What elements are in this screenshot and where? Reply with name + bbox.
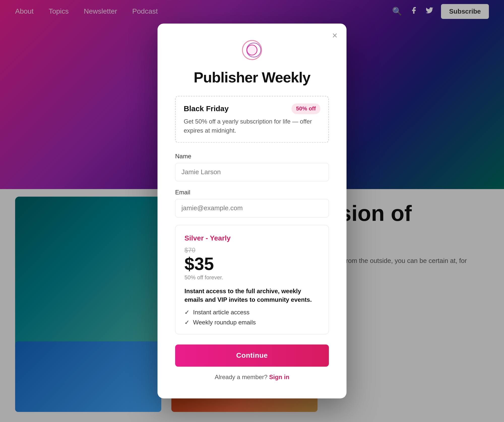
- close-button[interactable]: ×: [332, 31, 337, 40]
- name-input[interactable]: [175, 163, 329, 181]
- check-icon-1: ✓: [184, 309, 190, 316]
- black-friday-banner: Black Friday 50% off Get 50% off a yearl…: [175, 96, 329, 143]
- feature-1-label: Instant article access: [193, 309, 249, 316]
- subscription-modal: × Publisher Weekly Black Friday 50% off …: [158, 23, 346, 398]
- bf-badge: 50% off: [292, 103, 320, 114]
- sign-in-link[interactable]: Sign in: [269, 374, 289, 381]
- plan-name: Silver - Yearly: [184, 234, 320, 242]
- discount-text: 50% off forever.: [184, 274, 320, 281]
- pricing-description: Instant access to the full archive, week…: [184, 287, 320, 304]
- email-input[interactable]: [175, 199, 329, 217]
- email-label: Email: [175, 189, 329, 196]
- feature-2-label: Weekly roundup emails: [193, 319, 256, 326]
- bf-header: Black Friday 50% off: [184, 103, 320, 114]
- already-member-text: Already a member? Sign in: [175, 374, 329, 381]
- old-price: $70: [184, 246, 320, 254]
- new-price: $35: [184, 255, 320, 273]
- bf-title: Black Friday: [184, 104, 229, 113]
- bf-description: Get 50% off a yearly subscription for li…: [184, 117, 320, 135]
- feature-2: ✓ Weekly roundup emails: [184, 319, 320, 326]
- name-label: Name: [175, 153, 329, 160]
- pricing-features: ✓ Instant article access ✓ Weekly roundu…: [184, 309, 320, 326]
- check-icon-2: ✓: [184, 319, 190, 326]
- continue-button[interactable]: Continue: [175, 345, 329, 367]
- logo: [241, 39, 263, 61]
- svg-point-2: [247, 45, 257, 55]
- modal-title: Publisher Weekly: [175, 69, 329, 86]
- already-member-label: Already a member?: [215, 374, 267, 381]
- pricing-card: Silver - Yearly $70 $35 50% off forever.…: [175, 225, 329, 334]
- feature-1: ✓ Instant article access: [184, 309, 320, 316]
